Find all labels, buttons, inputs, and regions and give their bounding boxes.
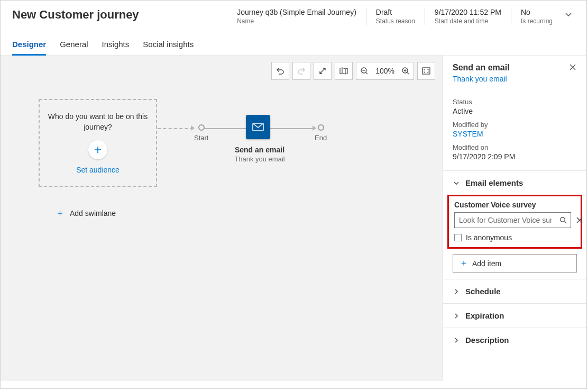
- audience-dropzone[interactable]: Who do you want to be on this journey? S…: [39, 99, 157, 187]
- lookup-search-button[interactable]: [556, 216, 571, 224]
- panel-close-button[interactable]: [568, 63, 577, 71]
- tab-insights[interactable]: Insights: [102, 37, 130, 55]
- add-swimlane-label: Add swimlane: [70, 209, 116, 217]
- fullscreen-icon: [421, 67, 431, 75]
- header-field-name-value: Journey q3b (Simple Email Journey): [237, 8, 356, 16]
- customer-voice-input[interactable]: [455, 216, 556, 224]
- plus-icon: ＋: [460, 258, 468, 269]
- remove-element-button[interactable]: [576, 217, 583, 223]
- svg-line-1: [366, 72, 368, 74]
- customer-voice-label: Customer Voice survey: [454, 201, 575, 209]
- set-audience-link[interactable]: Set audience: [76, 166, 120, 174]
- section-schedule-label: Schedule: [465, 287, 501, 296]
- fullscreen-button[interactable]: [417, 62, 435, 80]
- search-icon: [559, 216, 567, 224]
- header-field-name-label: Name: [237, 17, 356, 25]
- modified-on-label: Modified on: [453, 143, 577, 151]
- email-icon: [252, 123, 264, 131]
- is-anonymous-checkbox[interactable]: [454, 234, 462, 241]
- modified-by-label: Modified by: [453, 121, 577, 129]
- add-swimlane-button[interactable]: ＋ Add swimlane: [56, 207, 116, 219]
- map-icon: [339, 67, 348, 75]
- modified-on-value: 9/17/2020 2:09 PM: [453, 152, 577, 161]
- header-field-startdate-label: Start date and time: [435, 17, 501, 25]
- header-field-status-label: Status reason: [376, 17, 415, 25]
- undo-icon: [276, 67, 284, 75]
- zoom-value: 100%: [372, 67, 398, 75]
- section-description[interactable]: Description: [443, 328, 586, 352]
- status-label: Status: [453, 98, 577, 106]
- node-dot-icon: [318, 124, 324, 131]
- redo-button[interactable]: [292, 62, 310, 80]
- add-audience-button[interactable]: [88, 140, 107, 159]
- tab-social-insights[interactable]: Social insights: [143, 37, 194, 55]
- end-label: End: [315, 134, 327, 142]
- close-icon: [569, 64, 576, 70]
- page-title: New Customer journey: [12, 8, 139, 22]
- chevron-right-icon: [453, 337, 460, 343]
- header-expand-chevron[interactable]: [562, 8, 575, 19]
- panel-title: Send an email: [453, 63, 568, 72]
- email-tile-title: Send an email: [217, 146, 302, 154]
- designer-canvas[interactable]: 100% Who do you want to be on this journ…: [1, 56, 443, 381]
- zoom-out-button[interactable]: [356, 67, 372, 75]
- is-anonymous-label: Is anonymous: [466, 233, 512, 242]
- start-node[interactable]: Start: [194, 124, 208, 142]
- chevron-down-icon: [453, 180, 460, 186]
- section-expiration-label: Expiration: [465, 311, 504, 320]
- svg-line-4: [407, 72, 409, 74]
- connector-dashed: [158, 128, 194, 129]
- undo-button[interactable]: [271, 62, 289, 80]
- section-schedule[interactable]: Schedule: [443, 279, 586, 303]
- minimap-button[interactable]: [335, 62, 353, 80]
- close-icon: [576, 217, 583, 223]
- expand-icon: [318, 67, 327, 75]
- status-value: Active: [453, 107, 577, 115]
- header-field-status-value: Draft: [376, 8, 415, 16]
- section-email-elements[interactable]: Email elements: [443, 170, 586, 195]
- plus-icon: [94, 146, 102, 154]
- header-field-recurring-value: No: [521, 8, 553, 16]
- section-email-elements-label: Email elements: [465, 178, 523, 187]
- section-expiration[interactable]: Expiration: [443, 303, 586, 328]
- tab-general[interactable]: General: [60, 37, 88, 55]
- chevron-right-icon: [453, 288, 460, 295]
- audience-question: Who do you want to be on this journey?: [46, 112, 150, 132]
- chevron-right-icon: [453, 313, 460, 319]
- plus-icon: ＋: [56, 207, 65, 219]
- connector-solid: [270, 128, 316, 129]
- customer-voice-lookup[interactable]: [454, 212, 571, 228]
- zoom-control: 100%: [356, 62, 414, 80]
- properties-panel: Send an email Thank you email Status Act…: [443, 56, 586, 381]
- panel-subtitle-link[interactable]: Thank you email: [443, 75, 586, 89]
- header-field-startdate-value: 9/17/2020 11:52 PM: [435, 8, 501, 16]
- start-label: Start: [194, 134, 208, 142]
- svg-point-11: [561, 217, 565, 222]
- tab-designer[interactable]: Designer: [12, 37, 46, 55]
- section-description-label: Description: [465, 335, 509, 344]
- header-field-recurring-label: Is recurring: [521, 17, 553, 25]
- zoom-out-icon: [360, 67, 369, 75]
- zoom-in-icon: [401, 67, 410, 75]
- customer-voice-highlight: Customer Voice survey Is anonymous: [447, 195, 582, 249]
- svg-line-12: [565, 222, 567, 224]
- modified-by-value[interactable]: SYSTEM: [453, 130, 577, 138]
- node-dot-icon: [198, 124, 205, 131]
- svg-rect-7: [422, 68, 430, 74]
- fit-button[interactable]: [314, 62, 332, 80]
- zoom-in-button[interactable]: [398, 67, 414, 75]
- add-item-button[interactable]: ＋ Add item: [453, 254, 577, 273]
- chevron-down-icon: [565, 11, 572, 19]
- email-tile-subtitle: Thank you email: [217, 155, 302, 163]
- add-item-label: Add item: [472, 259, 501, 268]
- end-node[interactable]: End: [315, 124, 327, 142]
- email-tile[interactable]: [246, 115, 270, 139]
- redo-icon: [297, 67, 306, 75]
